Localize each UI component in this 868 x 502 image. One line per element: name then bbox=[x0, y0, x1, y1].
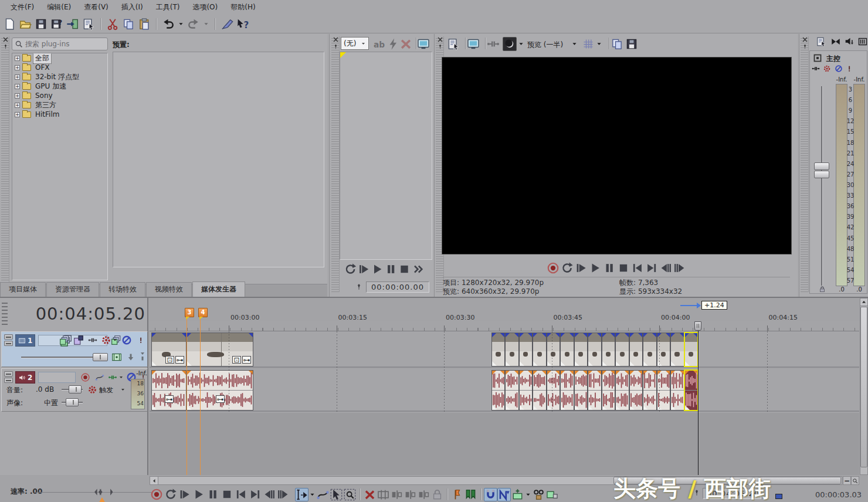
menu-item[interactable]: 选项(O) bbox=[187, 1, 223, 14]
v-scrollbar[interactable] bbox=[860, 298, 868, 475]
minimize-track-icon[interactable] bbox=[4, 334, 13, 340]
audio-event[interactable] bbox=[547, 370, 560, 411]
timeline-marker[interactable]: 3 bbox=[185, 308, 194, 317]
automation-gear-icon[interactable] bbox=[87, 385, 97, 395]
audio-event[interactable] bbox=[519, 370, 533, 411]
helptool-icon[interactable]: ? bbox=[236, 17, 250, 31]
play-button[interactable] bbox=[588, 262, 602, 274]
selectarrow-icon[interactable] bbox=[330, 488, 343, 501]
track-number-box[interactable]: 1 bbox=[15, 334, 35, 347]
audio-event[interactable] bbox=[602, 370, 615, 411]
tab[interactable]: 媒体发生器 bbox=[192, 281, 245, 297]
menu-item[interactable]: 文件(F) bbox=[5, 1, 40, 14]
tree-item[interactable]: +32-bit 浮点型 bbox=[12, 72, 107, 82]
undo-icon[interactable] bbox=[161, 17, 175, 31]
loop-button[interactable] bbox=[344, 263, 357, 276]
volume-knob[interactable] bbox=[69, 385, 82, 394]
envelope-icon[interactable] bbox=[316, 488, 330, 501]
composite-mode-icon[interactable] bbox=[73, 335, 84, 345]
split-screen-icon[interactable] bbox=[486, 37, 500, 51]
tree-label[interactable]: 第三方 bbox=[33, 100, 58, 110]
downmix-icon[interactable] bbox=[830, 36, 842, 48]
scroll-up-button[interactable] bbox=[860, 299, 867, 306]
chevron-down-icon[interactable] bbox=[120, 387, 126, 392]
apply-fx-icon[interactable] bbox=[386, 37, 400, 51]
audio-event[interactable] bbox=[657, 370, 670, 411]
video-event[interactable] bbox=[519, 333, 533, 367]
close-icon[interactable] bbox=[437, 36, 443, 43]
solo-icon[interactable] bbox=[137, 335, 144, 345]
track-meter-clip[interactable]: -Inf. bbox=[127, 370, 147, 376]
video-event[interactable] bbox=[602, 333, 615, 367]
panel-grip[interactable] bbox=[1, 36, 9, 283]
propdoc-icon[interactable] bbox=[82, 17, 96, 31]
tree-item[interactable]: +全部 bbox=[12, 53, 107, 63]
pin-icon[interactable] bbox=[802, 44, 808, 49]
tree-item[interactable]: +OFX bbox=[12, 63, 107, 72]
delete-preset-icon[interactable] bbox=[399, 37, 413, 51]
menu-item[interactable]: 帮助(H) bbox=[225, 1, 261, 14]
video-track-header[interactable]: 1 bbox=[1, 331, 148, 367]
tree-label[interactable]: HitFilm bbox=[33, 110, 61, 118]
automation-gear-icon[interactable] bbox=[101, 335, 111, 345]
zoomtool-icon[interactable] bbox=[343, 488, 357, 501]
stop-button[interactable] bbox=[616, 262, 630, 274]
tab[interactable]: 资源管理器 bbox=[46, 282, 99, 297]
loop-button[interactable] bbox=[560, 262, 574, 274]
newdoc-icon[interactable] bbox=[2, 17, 16, 31]
audio-event[interactable] bbox=[643, 370, 656, 411]
expand-icon[interactable]: + bbox=[15, 74, 20, 80]
pin-icon[interactable] bbox=[333, 44, 338, 49]
regionflag-icon[interactable] bbox=[464, 488, 477, 501]
expand-icon[interactable]: + bbox=[15, 103, 20, 108]
audio-event[interactable]: ⊶ bbox=[151, 370, 187, 411]
external-monitor-icon[interactable] bbox=[416, 37, 430, 51]
video-event[interactable] bbox=[657, 333, 670, 367]
envelope-icon[interactable] bbox=[94, 373, 105, 382]
chevron-down-icon[interactable] bbox=[595, 37, 603, 51]
master-icon[interactable] bbox=[812, 53, 823, 63]
import-icon[interactable] bbox=[66, 17, 80, 31]
snap-icon[interactable] bbox=[484, 488, 497, 501]
preset-list-empty[interactable] bbox=[113, 52, 324, 267]
arm-record-icon[interactable] bbox=[80, 372, 90, 382]
gostart-button[interactable] bbox=[234, 488, 248, 501]
minimize-track-icon[interactable] bbox=[4, 371, 13, 376]
cut-icon[interactable] bbox=[106, 17, 120, 31]
meter-clip-right[interactable]: -Inf. bbox=[851, 76, 867, 83]
inserttrack-icon[interactable] bbox=[511, 488, 524, 501]
playhead-line[interactable] bbox=[698, 321, 699, 475]
audio-event[interactable] bbox=[574, 370, 588, 411]
video-event[interactable] bbox=[560, 333, 574, 367]
audio-event[interactable] bbox=[670, 370, 684, 411]
goend-button[interactable] bbox=[248, 488, 262, 501]
brush-icon[interactable] bbox=[220, 17, 234, 31]
copy-snapshot-icon[interactable] bbox=[610, 37, 624, 51]
video-event[interactable] bbox=[547, 333, 560, 367]
splitl-icon[interactable] bbox=[417, 488, 430, 501]
edittool-icon[interactable] bbox=[295, 488, 308, 501]
tree-item[interactable]: +Sony bbox=[12, 91, 107, 100]
video-event[interactable]: ⊡⊶ bbox=[151, 333, 187, 367]
zoom-out-button[interactable]: − bbox=[843, 476, 851, 485]
save-snapshot-icon[interactable] bbox=[625, 37, 639, 51]
cliplock-icon[interactable] bbox=[545, 488, 559, 501]
prevframe-button[interactable] bbox=[659, 262, 673, 274]
video-event[interactable] bbox=[533, 333, 546, 367]
audio-event[interactable]: ⊶ bbox=[187, 370, 253, 411]
nextframe-button[interactable] bbox=[673, 262, 687, 274]
selection-timecode[interactable]: 00:00:03.03 bbox=[815, 490, 862, 499]
overlay-grid-icon[interactable] bbox=[581, 37, 595, 51]
expand-icon[interactable]: + bbox=[15, 112, 20, 117]
rate-pointer[interactable] bbox=[99, 497, 106, 502]
play-button[interactable] bbox=[371, 263, 384, 276]
video-track-lane[interactable]: ⊡⊶⊡⊶ bbox=[150, 331, 859, 368]
splitl-icon[interactable] bbox=[390, 488, 404, 501]
make-parent-icon[interactable] bbox=[138, 352, 147, 362]
meter-clip-left[interactable]: -Inf. bbox=[833, 76, 850, 83]
event-pan-icon[interactable]: ⊶ bbox=[216, 395, 225, 403]
audio-event[interactable] bbox=[560, 370, 574, 411]
restore-track-icon[interactable] bbox=[4, 341, 13, 346]
video-event[interactable] bbox=[670, 333, 684, 367]
copy-icon[interactable] bbox=[121, 17, 135, 31]
